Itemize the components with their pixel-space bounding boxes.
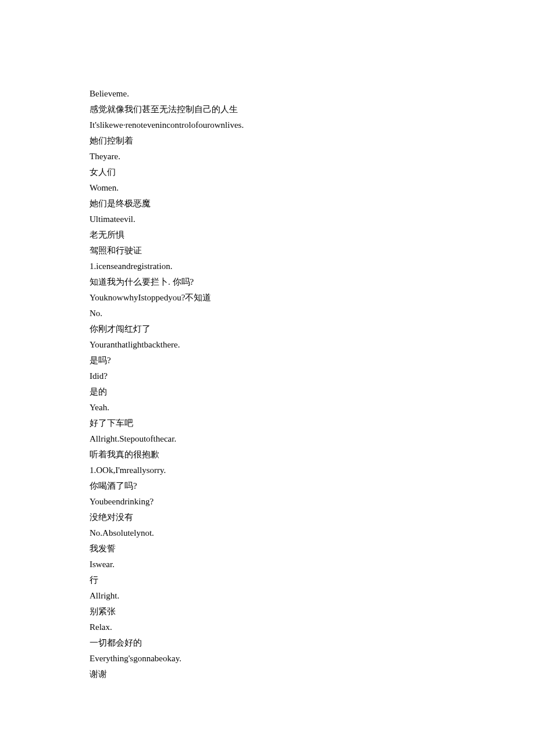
text-line: Allright.Stepoutofthecar. [90, 435, 535, 443]
text-line: 你喝酒了吗? [90, 482, 535, 490]
text-line: 行 [90, 576, 535, 585]
text-line: 好了下车吧 [90, 419, 535, 428]
document-page: Believeme. 感觉就像我们甚至无法控制自己的人生 It'slikewe·… [0, 0, 535, 756]
text-line: Youranthatlightbackthere. [90, 341, 535, 349]
text-line: 知道我为什么要拦卜. 你吗? [90, 278, 535, 286]
text-line: 我发誓 [90, 544, 535, 553]
text-line: 别紧张 [90, 607, 535, 616]
text-line: Allright. [90, 592, 535, 600]
text-line: 女人们 [90, 168, 535, 177]
text-line: Idid? [90, 372, 535, 381]
text-line: Theyare. [90, 152, 535, 161]
text-line: YouknowwhyIstoppedyou?不知道 [90, 293, 535, 302]
text-line: 谢谢 [90, 670, 535, 679]
text-line: 没绝对没有 [90, 513, 535, 522]
text-line: 你刚才闯红灯了 [90, 325, 535, 334]
text-line: Ultimateevil. [90, 215, 535, 224]
text-line: Relax. [90, 623, 535, 632]
text-line: 她们控制着 [90, 137, 535, 145]
text-line: 是吗? [90, 356, 535, 365]
text-line: Everything'sgonnabeokay. [90, 654, 535, 663]
text-line: 一切都会好的 [90, 639, 535, 647]
text-line: Youbeendrinking? [90, 497, 535, 506]
text-line: Iswear. [90, 560, 535, 569]
text-line: 驾照和行驶证 [90, 246, 535, 255]
text-line: It'slikewe·renotevenincontrolofourownliv… [90, 121, 535, 130]
text-line: 老无所惧 [90, 231, 535, 239]
text-line: No. [90, 309, 535, 318]
text-line: Believeme. [90, 89, 535, 98]
text-line: 1.OOk,I'mreallysorry. [90, 466, 535, 475]
text-line: No.Absolutelynot. [90, 529, 535, 538]
text-line: 1.icenseandregistration. [90, 262, 535, 271]
text-line: Yeah. [90, 403, 535, 412]
text-line: 她们是终极恶魔 [90, 199, 535, 208]
text-line: Women. [90, 184, 535, 192]
text-line: 感觉就像我们甚至无法控制自己的人生 [90, 105, 535, 114]
text-line: 听着我真的很抱歉 [90, 450, 535, 459]
text-line: 是的 [90, 388, 535, 396]
